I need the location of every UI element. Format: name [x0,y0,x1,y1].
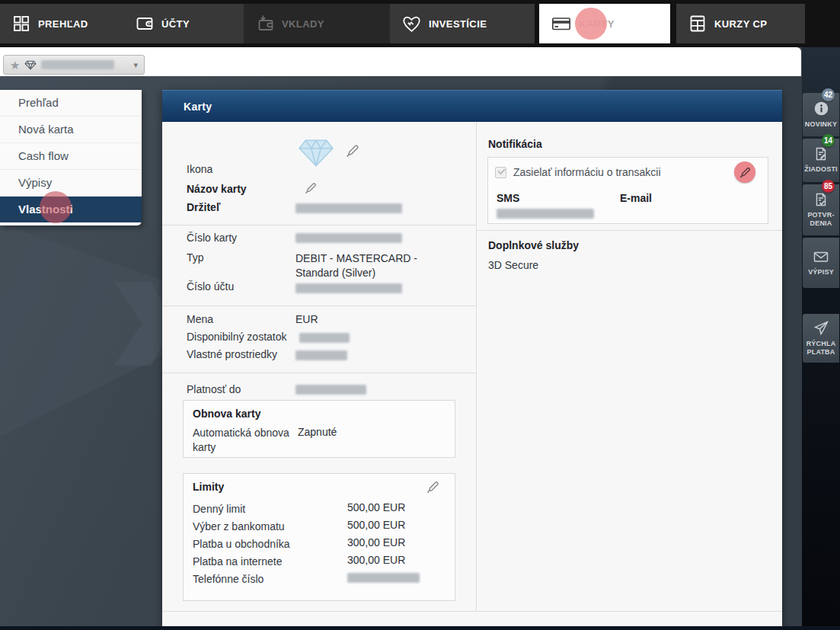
info-icon [813,101,829,117]
envelope-icon [813,249,829,264]
limit-row-label: Telefónne číslo [193,573,263,585]
redacted-value [295,203,402,213]
limit-row-value: 300,00 EUR [347,536,405,548]
banking-app: PREHĽAD ÚČTY VKLADY [0,0,840,630]
panel-title: Karty [184,101,212,113]
redacted-value [295,283,402,293]
redacted-value [295,350,347,360]
rail-item-label: NOVINKY [804,120,838,129]
pencil-icon [304,181,318,195]
rail-item-label: RÝCHLA PLATBA [804,340,838,357]
pencil-icon [739,166,752,179]
currency-value: EUR [295,313,318,325]
check-icon [497,167,506,175]
sidebar-item-vypisy[interactable]: Výpisy [0,170,142,197]
sidebar-item-vlastnosti[interactable]: Vlastnosti [0,197,142,222]
rail-item-novinky[interactable]: NOVINKY [803,93,839,136]
transaction-info-label: Zasielať informáciu o transakcii [513,166,661,178]
renewal-title: Obnova karty [193,408,260,420]
edit-card-name-button[interactable] [304,181,318,195]
card-renewal-box: Obnova karty Automatická obnova karty Za… [183,400,455,458]
auto-renewal-label: Automatická obnova karty [193,426,305,455]
limits-title: Limity [193,481,224,493]
limit-row-label: Výber z bankomatu [193,520,285,532]
transaction-info-checkbox[interactable] [495,167,506,178]
rail-item-ziadosti[interactable]: ŽIADOSTI [803,139,839,182]
tab-kurzy-cp[interactable]: KURZY CP [676,4,805,43]
redacted-value [41,60,114,69]
valid-until-label: Platnosť do [187,383,241,395]
available-balance-label: Disponibilný zostatok [187,331,287,343]
account-selector[interactable]: ★ ▾ [3,55,145,75]
card-side-menu: Prehľad Nová karta Cash flow Výpisy Vlas… [0,90,142,225]
favorite-star-icon: ★ [10,59,20,71]
panel-footer [162,611,782,626]
edit-limits-button[interactable] [426,480,440,494]
limit-row-value: 300,00 EUR [347,554,405,566]
icon-label: Ikona [187,163,212,175]
edit-icon-button[interactable] [345,143,360,158]
top-navigation: PREHĽAD ÚČTY VKLADY [0,0,840,47]
paper-plane-icon [813,320,829,336]
type-label: Typ [187,251,204,264]
sidebar-item-cash-flow[interactable]: Cash flow [0,143,142,170]
rail-item-rychla-platba[interactable]: RÝCHLA PLATBA [803,314,839,363]
card-gem-icon [298,139,334,168]
card-icon [551,14,571,33]
holder-label: Držiteľ [187,201,220,213]
limit-row-label: Platba u obchodníka [193,538,290,550]
rates-table-icon [688,14,707,33]
limits-box: Limity Denný limit 500,00 EUR Výber z ba… [183,473,455,601]
sidebar-item-nova-karta[interactable]: Nová karta [0,117,142,143]
tab-investicie[interactable]: INVESTÍCIE [390,4,535,43]
service-item: 3D Secure [488,259,538,271]
auto-renewal-value: Zapnuté [298,426,337,438]
tab-label: ÚČTY [161,18,190,30]
card-gem-icon-small [24,60,37,70]
card-number-label: Číslo karty [187,232,237,244]
tab-label: PREHĽAD [38,18,88,30]
sidebar-item-prehlad[interactable]: Prehľad [0,90,142,117]
rail-item-label: ŽIADOSTI [804,165,838,174]
document-check-icon [813,192,829,207]
grid-icon [12,14,30,33]
card-name-label: Názov karty [187,183,247,195]
rail-item-vypisy[interactable]: VÝPISY [803,238,839,288]
notifications-box: Zasielať informáciu o transakcii SMS E-m… [487,157,768,224]
redacted-value [295,233,402,243]
limit-row-label: Denný limit [193,503,245,515]
redacted-value [497,209,594,219]
document-edit-icon [813,146,829,161]
card-detail-panel: Karty Ikona Názov karty Držiteľ [162,90,782,626]
sms-label: SMS [497,192,519,204]
rail-item-potvrdenia[interactable]: POTVR-DENIA [803,184,839,235]
chevron-down-icon: ▾ [133,60,138,70]
email-label: E-mail [620,192,652,204]
tab-vklady[interactable]: VKLADY [244,4,390,43]
tab-label: INVESTÍCIE [429,18,487,30]
redacted-value [295,385,366,395]
pencil-icon [345,143,360,158]
potvrdenia-badge: 85 [822,180,835,193]
tab-label: KARTY [579,18,615,30]
tab-label: VKLADY [282,18,324,30]
tab-karty[interactable]: KARTY [539,4,670,43]
tab-label: KURZY CP [714,18,767,30]
handshake-icon [402,14,421,34]
redacted-value [299,333,350,343]
notifications-title: Notifikácia [488,138,542,150]
currency-label: Mena [187,313,213,325]
bottom-strip [0,626,840,630]
edit-notifications-button[interactable] [734,161,755,183]
own-funds-label: Vlastné prostriedky [187,348,277,360]
limit-row-value: 500,00 EUR [347,501,405,513]
account-number-label: Číslo účtu [187,280,234,293]
limit-row-value: 500,00 EUR [347,519,405,531]
tab-prehlad[interactable]: PREHĽAD [0,4,123,43]
limit-row-label: Platba na internete [193,555,283,568]
panel-header: Karty [162,90,782,122]
ziadosti-badge: 14 [822,134,835,147]
tab-ucty[interactable]: ÚČTY [123,4,244,43]
additional-services-title: Doplnkové služby [488,239,579,251]
rail-item-label: POTVR-DENIA [804,211,838,229]
